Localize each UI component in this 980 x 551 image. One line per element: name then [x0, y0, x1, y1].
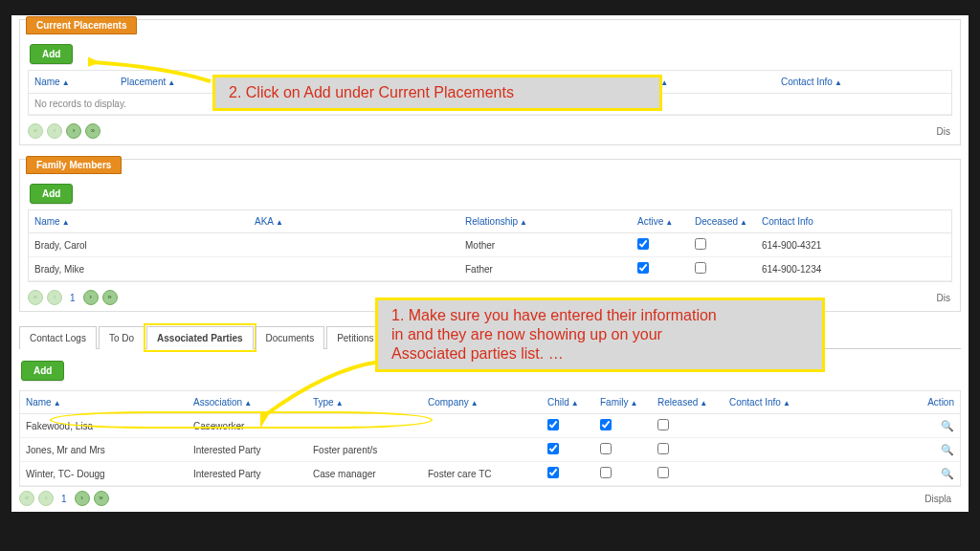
active-checkbox[interactable]: [637, 262, 649, 274]
col-child[interactable]: Child▲: [542, 391, 594, 414]
pager-next-icon[interactable]: ›: [75, 491, 90, 506]
assoc-grid: Name▲ Association▲ Type▲ Company▲ Child▲…: [19, 390, 961, 487]
pager-display-label: Dis: [937, 293, 952, 303]
tab-associated-parties[interactable]: Associated Parties: [146, 326, 254, 349]
col-company[interactable]: Company▲: [422, 391, 542, 414]
col-family[interactable]: Family▲: [594, 391, 652, 414]
col-action[interactable]: Action: [858, 391, 960, 414]
tab-to-do[interactable]: To Do: [99, 326, 145, 349]
col-aka[interactable]: AKA▲: [249, 210, 459, 233]
pager-prev-icon[interactable]: ‹: [47, 290, 62, 305]
sort-asc-icon: ▲: [835, 78, 842, 87]
family-checkbox[interactable]: [600, 419, 612, 430]
assoc-content: Add Name▲ Association▲ Type▲ Company▲ Ch…: [19, 359, 961, 512]
released-checkbox[interactable]: [657, 443, 669, 454]
table-row[interactable]: Winter, TC- DouggInterested PartyCase ma…: [20, 462, 960, 486]
add-assoc-button[interactable]: Add: [21, 361, 64, 381]
table-row[interactable]: Brady, MikeFather614-900-1234: [29, 257, 951, 281]
sort-asc-icon: ▲: [62, 78, 70, 87]
sort-asc-icon: ▲: [244, 399, 252, 408]
page-number: 1: [61, 494, 67, 504]
col-name[interactable]: Name▲: [20, 391, 188, 414]
pager-prev-icon[interactable]: ‹: [38, 491, 54, 506]
page-number: 1: [70, 293, 76, 303]
pager-first-icon[interactable]: «: [28, 123, 43, 139]
panel-title-family: Family Members: [26, 156, 122, 174]
app-frame: Current Placements Add Name▲ Placement▲ …: [11, 15, 969, 512]
family-checkbox[interactable]: [600, 443, 612, 454]
col-name[interactable]: Name▲: [29, 210, 249, 233]
assoc-pager: « ‹ 1 › » Displa: [19, 487, 961, 512]
sort-asc-icon: ▲: [520, 218, 527, 227]
pager-display-label: Dis: [937, 126, 952, 137]
sort-asc-icon: ▲: [740, 218, 747, 227]
arrow-to-add-button: [88, 57, 212, 86]
add-placement-button[interactable]: Add: [30, 44, 73, 64]
active-checkbox[interactable]: [637, 238, 649, 250]
annotation-step-1: 1. Make sure you have entered their info…: [375, 298, 825, 372]
sort-asc-icon: ▲: [62, 218, 70, 227]
panel-family-members: Family Members Add Name▲ AKA▲ Relationsh…: [19, 159, 961, 312]
magnify-icon[interactable]: 🔍: [941, 420, 954, 431]
sort-asc-icon: ▲: [276, 218, 283, 227]
add-family-button[interactable]: Add: [30, 184, 73, 204]
sort-asc-icon: ▲: [471, 399, 479, 408]
panel-title-placements: Current Placements: [26, 16, 137, 34]
col-contact[interactable]: Contact Info: [756, 210, 951, 233]
arrow-to-assoc-row: [260, 360, 385, 427]
sort-asc-icon: ▲: [665, 218, 673, 227]
magnify-icon[interactable]: 🔍: [941, 468, 954, 479]
pager-last-icon[interactable]: »: [102, 290, 118, 305]
sort-asc-icon: ▲: [783, 399, 791, 408]
child-checkbox[interactable]: [547, 467, 559, 478]
deceased-checkbox[interactable]: [695, 262, 706, 274]
sort-asc-icon: ▲: [630, 399, 637, 408]
pager-first-icon[interactable]: «: [28, 290, 43, 305]
pager-first-icon[interactable]: «: [19, 491, 34, 506]
col-relationship[interactable]: Relationship▲: [459, 210, 632, 233]
annotation-step-2: 2. Click on Add under Current Placements: [212, 75, 662, 111]
family-checkbox[interactable]: [600, 467, 612, 478]
pager-last-icon[interactable]: »: [94, 491, 109, 506]
family-grid: Name▲ AKA▲ Relationship▲ Active▲ Decease…: [28, 209, 952, 282]
col-deceased[interactable]: Deceased▲: [689, 210, 756, 233]
child-checkbox[interactable]: [547, 419, 559, 430]
col-active[interactable]: Active▲: [632, 210, 689, 233]
pager-display-label: Displa: [924, 494, 953, 504]
deceased-checkbox[interactable]: [695, 238, 706, 250]
pager-next-icon[interactable]: ›: [66, 123, 81, 139]
released-checkbox[interactable]: [657, 419, 669, 430]
tab-documents[interactable]: Documents: [256, 326, 325, 349]
sort-asc-icon: ▲: [571, 399, 579, 408]
tab-contact-logs[interactable]: Contact Logs: [19, 326, 97, 349]
sort-asc-icon: ▲: [700, 399, 707, 408]
pager-last-icon[interactable]: »: [85, 123, 100, 139]
table-row[interactable]: Jones, Mr and MrsInterested PartyFoster …: [20, 438, 960, 462]
table-row[interactable]: Fakewood, LisaCaseworker🔍: [20, 414, 960, 438]
col-released[interactable]: Released▲: [652, 391, 724, 414]
table-row[interactable]: Brady, CarolMother614-900-4321: [29, 233, 951, 257]
pager-prev-icon[interactable]: ‹: [47, 123, 62, 139]
col-contact[interactable]: Contact Info▲: [775, 71, 951, 94]
child-checkbox[interactable]: [547, 443, 559, 454]
magnify-icon[interactable]: 🔍: [941, 444, 954, 455]
col-contact[interactable]: Contact Info▲: [724, 391, 858, 414]
placements-pager: « ‹ › » Dis: [20, 120, 960, 144]
pager-next-icon[interactable]: ›: [83, 290, 99, 305]
released-checkbox[interactable]: [657, 467, 669, 478]
sort-asc-icon: ▲: [54, 399, 61, 408]
